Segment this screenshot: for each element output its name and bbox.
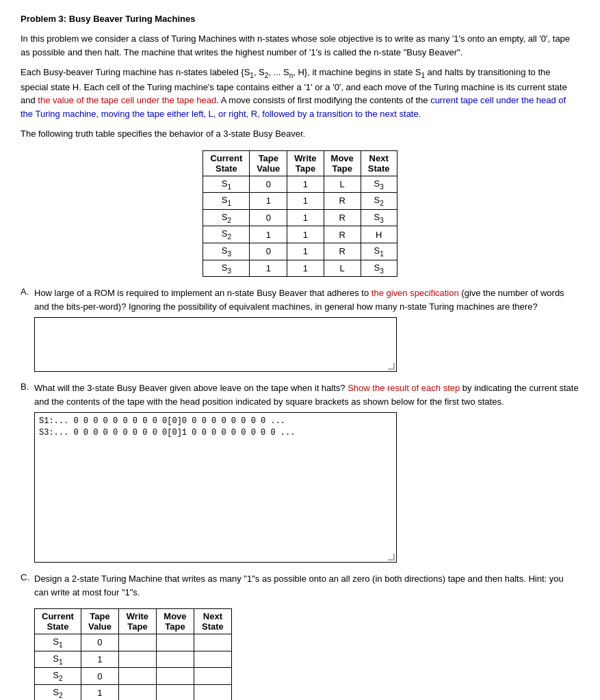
c-cell-write[interactable]	[118, 651, 156, 668]
cell-tape-val: 1	[250, 193, 287, 210]
col-header-tape-value: TapeValue	[250, 150, 287, 176]
cell-next: H	[361, 226, 397, 243]
c-cell-write[interactable]	[118, 634, 156, 651]
cell-write: 1	[287, 260, 324, 277]
cell-move: L	[324, 176, 361, 193]
c-cell-next[interactable]	[194, 651, 231, 668]
resize-handle	[388, 363, 395, 370]
c-table-row: S1 1	[35, 651, 232, 668]
cell-tape-val: 0	[250, 209, 287, 226]
c-cell-state: S1	[35, 634, 81, 651]
cell-state: S1	[203, 176, 250, 193]
c-cell-tape-val: 0	[81, 668, 118, 685]
cell-state: S3	[203, 243, 250, 260]
cell-write: 1	[287, 243, 324, 260]
cell-write: 1	[287, 226, 324, 243]
section-c-text: Design a 2-state Turing Machine that wri…	[34, 572, 579, 599]
section-a: A. How large of a ROM is required to imp…	[21, 286, 579, 372]
c-cell-state: S1	[35, 651, 81, 668]
c-cell-next[interactable]	[194, 634, 231, 651]
cell-move: R	[324, 226, 361, 243]
cell-tape-val: 1	[250, 260, 287, 277]
col-header-move-tape: MoveTape	[324, 150, 361, 176]
c-cell-state: S2	[35, 668, 81, 685]
section-c-table-container: CurrentState TapeValue WriteTape MoveTap…	[34, 608, 579, 700]
cell-next: S3	[361, 260, 397, 277]
cell-write: 1	[287, 193, 324, 210]
col-header-next-state: NextState	[361, 150, 397, 176]
c-cell-tape-val: 1	[81, 684, 118, 700]
table-row: S3 0 1 R S1	[203, 243, 397, 260]
section-c-label: C.	[21, 572, 34, 582]
c-cell-move[interactable]	[156, 634, 194, 651]
intro-paragraph-2: Each Busy-beaver Turing machine has n-st…	[21, 66, 579, 120]
section-b-label: B.	[21, 381, 34, 392]
c-cell-move[interactable]	[156, 651, 194, 668]
c-cell-write[interactable]	[118, 684, 156, 700]
resize-handle-b	[388, 554, 395, 561]
cell-move: R	[324, 209, 361, 226]
section-c: C. Design a 2-state Turing Machine that …	[21, 572, 579, 700]
table-row: S1 0 1 L S3	[203, 176, 397, 193]
cell-next: S1	[361, 243, 397, 260]
table-row: S2 0 1 R S3	[203, 209, 397, 226]
section-b-text: What will the 3-state Busy Beaver given …	[34, 381, 579, 408]
section-b: B. What will the 3-state Busy Beaver giv…	[21, 381, 579, 563]
cell-tape-val: 1	[250, 226, 287, 243]
cell-state: S2	[203, 209, 250, 226]
table-row: S3 1 1 L S3	[203, 260, 397, 277]
c-col-tape-value: TapeValue	[81, 609, 118, 634]
section-b-preformat: S1:... 0 0 0 0 0 0 0 0 0 0[0]0 0 0 0 0 0…	[35, 413, 396, 442]
c-col-write-tape: WriteTape	[118, 609, 156, 634]
cell-next: S3	[361, 176, 397, 193]
cell-state: S1	[203, 193, 250, 210]
preformat-line-2: S3:... 0 0 0 0 0 0 0 0 0 0[0]1 0 0 0 0 0…	[39, 427, 392, 439]
table-row: S1 1 1 R S2	[203, 193, 397, 210]
c-cell-tape-val: 1	[81, 651, 118, 668]
cell-write: 1	[287, 176, 324, 193]
cell-state: S3	[203, 260, 250, 277]
c-cell-next[interactable]	[194, 684, 231, 700]
cell-write: 1	[287, 209, 324, 226]
truth-table-container: CurrentState TapeValue WriteTape MoveTap…	[21, 150, 579, 278]
c-col-current-state: CurrentState	[35, 609, 81, 634]
intro-paragraph-3: The following truth table specifies the …	[21, 127, 579, 141]
cell-move: R	[324, 243, 361, 260]
cell-next: S3	[361, 209, 397, 226]
c-cell-state: S2	[35, 684, 81, 700]
col-header-write-tape: WriteTape	[287, 150, 324, 176]
cell-next: S2	[361, 193, 397, 210]
section-a-text: How large of a ROM is required to implem…	[34, 286, 579, 313]
section-c-table: CurrentState TapeValue WriteTape MoveTap…	[34, 608, 232, 700]
table-row: S2 1 1 R H	[203, 226, 397, 243]
section-a-answer-box[interactable]	[34, 317, 397, 372]
c-table-row: S2 1	[35, 684, 232, 700]
c-col-next-state: NextState	[194, 609, 231, 634]
cell-state: S2	[203, 226, 250, 243]
c-cell-move[interactable]	[156, 684, 194, 700]
section-a-label: A.	[21, 286, 34, 297]
c-cell-write[interactable]	[118, 668, 156, 685]
cell-tape-val: 0	[250, 243, 287, 260]
truth-table: CurrentState TapeValue WriteTape MoveTap…	[203, 150, 397, 278]
section-b-answer-box[interactable]: S1:... 0 0 0 0 0 0 0 0 0 0[0]0 0 0 0 0 0…	[34, 412, 397, 563]
preformat-line-1: S1:... 0 0 0 0 0 0 0 0 0 0[0]0 0 0 0 0 0…	[39, 416, 392, 427]
c-table-row: S2 0	[35, 668, 232, 685]
cell-move: R	[324, 193, 361, 210]
intro-paragraph-1: In this problem we consider a class of T…	[21, 32, 579, 59]
c-cell-move[interactable]	[156, 668, 194, 685]
c-cell-next[interactable]	[194, 668, 231, 685]
c-table-row: S1 0	[35, 634, 232, 651]
cell-move: L	[324, 260, 361, 277]
c-col-move-tape: MoveTape	[156, 609, 194, 634]
c-cell-tape-val: 0	[81, 634, 118, 651]
problem-title: Problem 3: Busy Beaver Turing Machines	[21, 14, 579, 24]
col-header-current-state: CurrentState	[203, 150, 250, 176]
cell-tape-val: 0	[250, 176, 287, 193]
